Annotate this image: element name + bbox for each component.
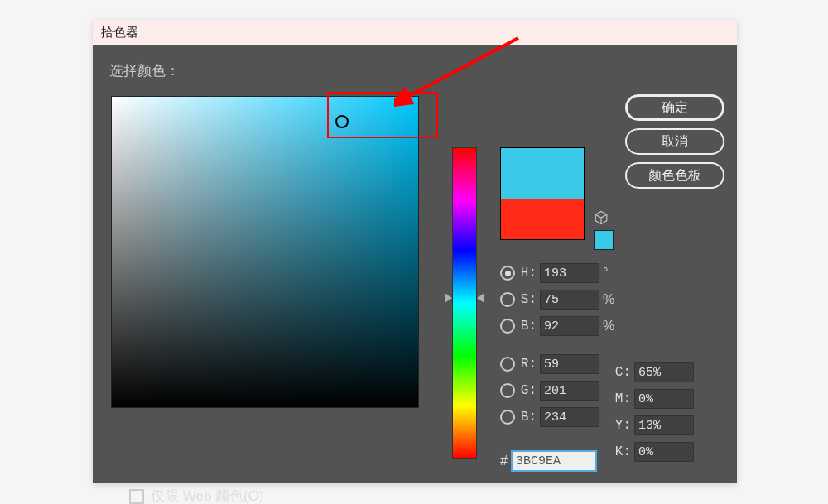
h-unit: ° — [603, 266, 613, 281]
color-preview — [500, 147, 585, 240]
dialog-buttons: 确定 取消 颜色色板 — [625, 94, 724, 189]
h-radio[interactable] — [500, 266, 515, 281]
web-only-checkbox[interactable] — [129, 489, 144, 504]
hue-slider[interactable] — [452, 147, 477, 459]
r-radio[interactable] — [500, 357, 515, 372]
ok-button[interactable]: 确定 — [625, 94, 724, 121]
c-input[interactable] — [634, 362, 694, 382]
y-input[interactable] — [634, 415, 694, 435]
new-color-swatch — [501, 148, 584, 199]
c-label: C: — [614, 365, 631, 380]
k-label: K: — [614, 444, 631, 459]
cube-icon[interactable] — [594, 210, 609, 229]
saturation-brightness-field[interactable] — [111, 96, 419, 408]
cancel-button[interactable]: 取消 — [625, 128, 724, 155]
hex-input[interactable] — [511, 450, 597, 472]
h-input[interactable] — [540, 263, 599, 283]
r-row: R: — [500, 354, 613, 374]
m-input[interactable] — [634, 389, 694, 409]
hex-hash: # — [500, 454, 508, 468]
b-hsb-radio[interactable] — [500, 319, 515, 334]
g-row: G: — [500, 381, 613, 401]
s-input[interactable] — [540, 290, 599, 310]
b-hsb-input[interactable] — [540, 316, 599, 336]
y-row: Y: — [614, 415, 694, 435]
hsb-rgb-fields: H: ° S: % B: % — [500, 263, 613, 427]
swatches-button[interactable]: 颜色色板 — [625, 162, 724, 189]
web-only-row: 仅限 Web 颜色(O) — [129, 487, 264, 504]
c-row: C: — [614, 362, 694, 382]
s-row: S: % — [500, 290, 613, 310]
b-hsb-unit: % — [603, 319, 613, 334]
hue-indicator-left — [445, 293, 452, 303]
hex-row: # — [500, 450, 597, 472]
g-label: G: — [520, 383, 537, 398]
color-picker-dialog: 拾色器 选择颜色： — [93, 20, 737, 483]
b-rgb-row: B: — [500, 407, 613, 427]
h-label: H: — [520, 266, 537, 281]
r-input[interactable] — [540, 354, 599, 374]
cmyk-fields: C: M: Y: K: — [614, 362, 694, 462]
s-label: S: — [520, 292, 537, 307]
web-only-label: 仅限 Web 颜色(O) — [151, 487, 264, 504]
color-cursor[interactable] — [335, 115, 349, 128]
hue-indicator-right — [477, 293, 484, 303]
b-rgb-radio[interactable] — [500, 410, 515, 425]
b-hsb-row: B: % — [500, 316, 613, 336]
dialog-body: 选择颜色： — [93, 45, 737, 483]
m-row: M: — [614, 389, 694, 409]
nearest-web-color-swatch[interactable] — [594, 230, 614, 250]
y-label: Y: — [614, 418, 631, 433]
dialog-title: 拾色器 — [93, 20, 737, 46]
select-color-label: 选择颜色： — [109, 61, 720, 80]
g-input[interactable] — [540, 381, 599, 401]
k-input[interactable] — [634, 442, 694, 462]
s-radio[interactable] — [500, 292, 515, 307]
g-radio[interactable] — [500, 383, 515, 398]
h-row: H: ° — [500, 263, 613, 283]
m-label: M: — [614, 391, 631, 406]
b-hsb-label: B: — [520, 319, 537, 334]
picker-area: H: ° S: % B: % — [111, 96, 419, 408]
s-unit: % — [603, 292, 613, 307]
previous-color-swatch[interactable] — [501, 199, 584, 240]
b-rgb-label: B: — [520, 410, 537, 425]
b-rgb-input[interactable] — [540, 407, 599, 427]
k-row: K: — [614, 442, 694, 462]
r-label: R: — [520, 357, 537, 372]
